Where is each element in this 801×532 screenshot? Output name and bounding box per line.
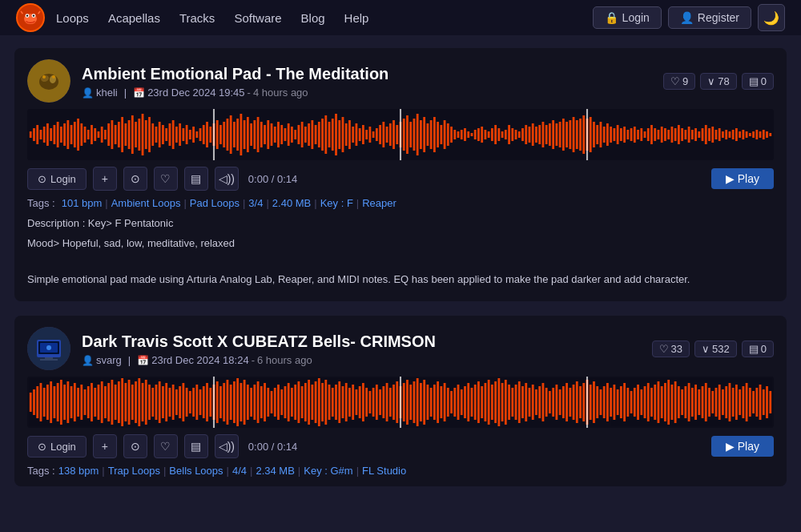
desc-line-1: Description : Key> F Pentatonic bbox=[27, 216, 774, 232]
nav-blog[interactable]: Blog bbox=[301, 11, 325, 25]
tag-bpm-1[interactable]: 101 bpm bbox=[62, 197, 103, 209]
svg-rect-189 bbox=[626, 130, 629, 139]
svg-rect-23 bbox=[63, 123, 66, 146]
svg-rect-267 bbox=[111, 380, 113, 425]
svg-rect-161 bbox=[532, 123, 534, 146]
tag-bells-2[interactable]: Bells Loops bbox=[169, 465, 223, 477]
waveform-2[interactable] bbox=[27, 377, 774, 428]
tag-trap-2[interactable]: Trap Loops bbox=[108, 465, 160, 477]
svg-rect-449 bbox=[729, 383, 731, 421]
add-button-1[interactable]: + bbox=[93, 167, 117, 191]
svg-point-11 bbox=[52, 75, 55, 79]
svg-rect-324 bbox=[304, 383, 307, 421]
svg-rect-420 bbox=[630, 391, 633, 413]
tag-key-1[interactable]: Key : F bbox=[320, 197, 353, 209]
svg-rect-53 bbox=[165, 128, 167, 141]
svg-rect-330 bbox=[324, 380, 327, 425]
svg-rect-274 bbox=[135, 381, 137, 423]
svg-rect-289 bbox=[186, 388, 188, 417]
tag-size-1[interactable]: 2.40 MB bbox=[272, 197, 311, 209]
play-button-1[interactable]: ▶ Play bbox=[711, 168, 774, 189]
tag-ambient-1[interactable]: Ambient Loops bbox=[111, 197, 181, 209]
svg-rect-117 bbox=[382, 122, 384, 147]
track-info-row-1: 👤 kheli | 📅 23rd Dec 2024 19:45 - 4 hour… bbox=[82, 87, 652, 99]
tag-timesig-1[interactable]: 3/4 bbox=[248, 197, 263, 209]
svg-rect-228 bbox=[759, 131, 762, 138]
svg-rect-193 bbox=[640, 128, 642, 141]
svg-rect-279 bbox=[151, 388, 154, 417]
nav-login-button[interactable]: 🔒 Login bbox=[593, 6, 662, 29]
svg-rect-295 bbox=[206, 383, 208, 421]
svg-rect-346 bbox=[379, 389, 381, 415]
tag-bpm-2[interactable]: 138 bpm bbox=[58, 465, 99, 477]
svg-rect-299 bbox=[219, 386, 222, 418]
nav-software[interactable]: Software bbox=[234, 11, 281, 25]
svg-rect-398 bbox=[555, 385, 557, 420]
nav-acapellas[interactable]: Acapellas bbox=[108, 11, 160, 25]
login-to-play-button-2[interactable]: ⊙ Login bbox=[27, 436, 87, 457]
svg-rect-210 bbox=[698, 131, 700, 138]
calendar-icon-2: 📅 bbox=[137, 355, 149, 366]
waveform-1[interactable] bbox=[27, 109, 774, 160]
volume-button-1[interactable]: ◁)) bbox=[215, 167, 239, 191]
svg-rect-21 bbox=[57, 122, 59, 147]
tag-timesig-2[interactable]: 4/4 bbox=[232, 465, 247, 477]
svg-rect-125 bbox=[409, 122, 412, 147]
svg-rect-143 bbox=[471, 133, 473, 136]
like-button-2[interactable]: ♡ bbox=[154, 434, 178, 458]
svg-rect-58 bbox=[182, 128, 184, 141]
tag-pad-1[interactable]: Pad Loops bbox=[190, 197, 239, 209]
svg-rect-145 bbox=[477, 128, 480, 141]
tag-daw-1[interactable]: Reaper bbox=[362, 197, 396, 209]
play-button-2[interactable]: ▶ Play bbox=[711, 436, 774, 457]
svg-rect-272 bbox=[128, 380, 131, 425]
svg-rect-148 bbox=[488, 131, 490, 138]
svg-rect-39 bbox=[118, 122, 120, 147]
svg-rect-147 bbox=[484, 130, 486, 139]
svg-rect-266 bbox=[107, 383, 110, 421]
navigation: Loops Acapellas Tracks Software Blog Hel… bbox=[0, 0, 801, 35]
nav-help[interactable]: Help bbox=[344, 11, 369, 25]
tag-key-2[interactable]: Key : G#m bbox=[304, 465, 352, 477]
nav-loops[interactable]: Loops bbox=[56, 11, 89, 25]
like-button-1[interactable]: ♡ bbox=[154, 167, 178, 191]
download-button-2[interactable]: ⊙ bbox=[123, 434, 147, 458]
dark-mode-toggle[interactable]: 🌙 bbox=[758, 4, 785, 31]
svg-rect-271 bbox=[124, 383, 127, 421]
tag-daw-2[interactable]: FL Studio bbox=[362, 465, 406, 477]
svg-rect-54 bbox=[169, 123, 171, 146]
main-content: Ambient Emotional Pad - The Meditation 👤… bbox=[0, 35, 801, 499]
login-to-play-button-1[interactable]: ⊙ Login bbox=[27, 168, 87, 190]
svg-rect-284 bbox=[169, 388, 171, 417]
nav-register-button[interactable]: 👤 Register bbox=[668, 6, 751, 29]
svg-rect-311 bbox=[260, 386, 263, 418]
site-logo bbox=[16, 3, 45, 32]
svg-rect-369 bbox=[457, 385, 460, 420]
comment-button-2[interactable]: ▤ bbox=[184, 434, 208, 458]
svg-rect-450 bbox=[732, 388, 735, 417]
svg-rect-257 bbox=[77, 388, 79, 417]
svg-rect-108 bbox=[352, 127, 354, 143]
volume-button-2[interactable]: ◁)) bbox=[215, 434, 239, 458]
svg-rect-209 bbox=[694, 128, 697, 141]
tag-size-2[interactable]: 2.34 MB bbox=[256, 465, 294, 477]
svg-rect-408 bbox=[590, 385, 592, 420]
svg-rect-46 bbox=[142, 114, 144, 155]
svg-rect-172 bbox=[569, 120, 571, 149]
comments-stat-2: ▤ 0 bbox=[742, 341, 774, 357]
add-button-2[interactable]: + bbox=[93, 434, 117, 458]
svg-rect-427 bbox=[654, 385, 656, 420]
svg-rect-393 bbox=[538, 386, 541, 418]
svg-rect-190 bbox=[630, 128, 633, 141]
nav-tracks[interactable]: Tracks bbox=[179, 11, 215, 25]
svg-rect-381 bbox=[497, 378, 500, 426]
download-button-1[interactable]: ⊙ bbox=[123, 167, 147, 191]
comment-button-1[interactable]: ▤ bbox=[184, 167, 208, 191]
svg-rect-332 bbox=[332, 388, 334, 417]
play-lock-icon: ⊙ bbox=[38, 173, 46, 185]
svg-rect-48 bbox=[148, 117, 151, 152]
svg-rect-379 bbox=[491, 385, 493, 420]
download-icon: ∨ bbox=[707, 75, 715, 87]
svg-rect-128 bbox=[420, 120, 422, 149]
svg-rect-326 bbox=[311, 385, 313, 420]
